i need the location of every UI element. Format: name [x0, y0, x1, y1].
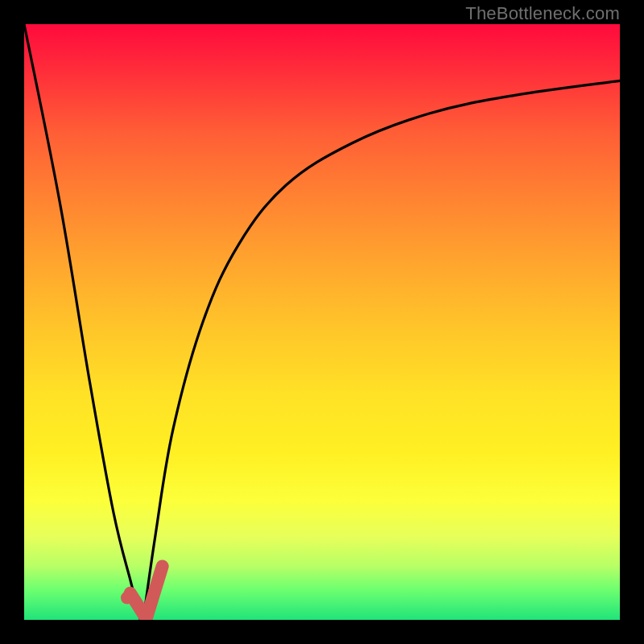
- curve-layer: [24, 24, 620, 620]
- left-v-curve: [24, 24, 140, 620]
- plot-area: [24, 24, 620, 620]
- indicator-dot: [121, 592, 134, 605]
- right-rising-curve: [143, 80, 620, 620]
- watermark-text: TheBottleneck.com: [465, 3, 620, 24]
- chart-stage: TheBottleneck.com: [0, 0, 644, 644]
